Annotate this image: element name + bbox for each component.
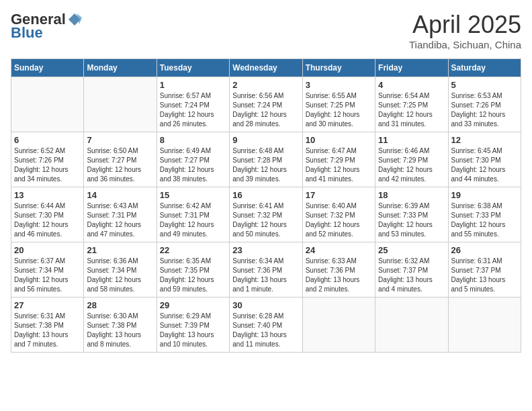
calendar-cell: 7Sunrise: 6:50 AM Sunset: 7:27 PM Daylig… bbox=[84, 132, 157, 187]
day-detail: Sunrise: 6:33 AM Sunset: 7:36 PM Dayligh… bbox=[306, 257, 372, 294]
day-number: 10 bbox=[306, 135, 372, 145]
day-detail: Sunrise: 6:35 AM Sunset: 7:35 PM Dayligh… bbox=[160, 257, 226, 294]
calendar-cell: 16Sunrise: 6:41 AM Sunset: 7:32 PM Dayli… bbox=[230, 187, 302, 242]
calendar-cell: 27Sunrise: 6:31 AM Sunset: 7:38 PM Dayli… bbox=[11, 298, 84, 353]
calendar-cell: 22Sunrise: 6:35 AM Sunset: 7:35 PM Dayli… bbox=[157, 242, 229, 298]
calendar-cell: 6Sunrise: 6:52 AM Sunset: 7:26 PM Daylig… bbox=[11, 132, 84, 187]
day-detail: Sunrise: 6:45 AM Sunset: 7:30 PM Dayligh… bbox=[451, 146, 518, 184]
calendar-cell: 1Sunrise: 6:57 AM Sunset: 7:24 PM Daylig… bbox=[157, 77, 229, 132]
month-title: April 2025 bbox=[409, 11, 521, 39]
calendar-week-row: 1Sunrise: 6:57 AM Sunset: 7:24 PM Daylig… bbox=[11, 77, 521, 132]
day-detail: Sunrise: 6:48 AM Sunset: 7:28 PM Dayligh… bbox=[232, 146, 299, 184]
calendar-cell: 19Sunrise: 6:38 AM Sunset: 7:33 PM Dayli… bbox=[448, 187, 521, 242]
calendar-cell: 8Sunrise: 6:49 AM Sunset: 7:27 PM Daylig… bbox=[157, 132, 229, 187]
calendar-cell: 29Sunrise: 6:29 AM Sunset: 7:39 PM Dayli… bbox=[157, 298, 229, 353]
day-detail: Sunrise: 6:28 AM Sunset: 7:40 PM Dayligh… bbox=[232, 312, 299, 349]
calendar-cell: 14Sunrise: 6:43 AM Sunset: 7:31 PM Dayli… bbox=[84, 187, 157, 242]
location: Tiandiba, Sichuan, China bbox=[409, 39, 521, 50]
calendar-cell: 26Sunrise: 6:31 AM Sunset: 7:37 PM Dayli… bbox=[448, 242, 521, 298]
calendar-cell: 3Sunrise: 6:55 AM Sunset: 7:25 PM Daylig… bbox=[302, 77, 375, 132]
calendar-cell: 11Sunrise: 6:46 AM Sunset: 7:29 PM Dayli… bbox=[375, 132, 448, 187]
calendar-cell: 10Sunrise: 6:47 AM Sunset: 7:29 PM Dayli… bbox=[302, 132, 375, 187]
calendar-cell: 30Sunrise: 6:28 AM Sunset: 7:40 PM Dayli… bbox=[230, 298, 302, 353]
day-number: 23 bbox=[232, 245, 299, 255]
day-detail: Sunrise: 6:30 AM Sunset: 7:38 PM Dayligh… bbox=[87, 312, 153, 349]
day-number: 6 bbox=[14, 135, 81, 145]
day-detail: Sunrise: 6:34 AM Sunset: 7:36 PM Dayligh… bbox=[232, 257, 299, 294]
day-detail: Sunrise: 6:52 AM Sunset: 7:26 PM Dayligh… bbox=[14, 146, 81, 184]
calendar-cell bbox=[302, 298, 375, 353]
calendar-cell: 24Sunrise: 6:33 AM Sunset: 7:36 PM Dayli… bbox=[302, 242, 375, 298]
day-number: 1 bbox=[160, 80, 226, 90]
day-number: 4 bbox=[378, 80, 445, 90]
day-number: 8 bbox=[160, 135, 226, 145]
calendar-week-row: 27Sunrise: 6:31 AM Sunset: 7:38 PM Dayli… bbox=[11, 298, 521, 353]
day-of-week-header: Saturday bbox=[448, 59, 521, 77]
day-number: 17 bbox=[306, 190, 372, 200]
day-detail: Sunrise: 6:41 AM Sunset: 7:32 PM Dayligh… bbox=[232, 201, 299, 239]
day-number: 3 bbox=[306, 80, 372, 90]
day-detail: Sunrise: 6:49 AM Sunset: 7:27 PM Dayligh… bbox=[160, 146, 226, 184]
day-number: 25 bbox=[378, 245, 445, 255]
day-detail: Sunrise: 6:39 AM Sunset: 7:33 PM Dayligh… bbox=[378, 201, 445, 239]
day-number: 18 bbox=[378, 190, 445, 200]
day-number: 13 bbox=[14, 190, 81, 200]
calendar-cell: 21Sunrise: 6:36 AM Sunset: 7:34 PM Dayli… bbox=[84, 242, 157, 298]
day-detail: Sunrise: 6:32 AM Sunset: 7:37 PM Dayligh… bbox=[378, 257, 445, 294]
calendar-table: SundayMondayTuesdayWednesdayThursdayFrid… bbox=[11, 58, 521, 353]
day-number: 14 bbox=[87, 190, 153, 200]
day-detail: Sunrise: 6:50 AM Sunset: 7:27 PM Dayligh… bbox=[87, 146, 153, 184]
calendar-cell: 15Sunrise: 6:42 AM Sunset: 7:31 PM Dayli… bbox=[157, 187, 229, 242]
calendar-cell: 5Sunrise: 6:53 AM Sunset: 7:26 PM Daylig… bbox=[448, 77, 521, 132]
calendar-cell bbox=[11, 77, 84, 132]
day-of-week-header: Tuesday bbox=[157, 59, 229, 77]
day-detail: Sunrise: 6:31 AM Sunset: 7:38 PM Dayligh… bbox=[14, 312, 81, 349]
day-number: 27 bbox=[14, 300, 81, 310]
calendar-cell: 25Sunrise: 6:32 AM Sunset: 7:37 PM Dayli… bbox=[375, 242, 448, 298]
day-number: 9 bbox=[232, 135, 299, 145]
calendar-week-row: 6Sunrise: 6:52 AM Sunset: 7:26 PM Daylig… bbox=[11, 132, 521, 187]
day-detail: Sunrise: 6:53 AM Sunset: 7:26 PM Dayligh… bbox=[451, 91, 518, 129]
title-block: April 2025 Tiandiba, Sichuan, China bbox=[409, 11, 521, 50]
day-detail: Sunrise: 6:54 AM Sunset: 7:25 PM Dayligh… bbox=[378, 91, 445, 129]
calendar-cell: 4Sunrise: 6:54 AM Sunset: 7:25 PM Daylig… bbox=[375, 77, 448, 132]
day-number: 2 bbox=[232, 80, 299, 90]
day-of-week-header: Thursday bbox=[302, 59, 375, 77]
day-number: 28 bbox=[87, 300, 153, 310]
calendar-body: 1Sunrise: 6:57 AM Sunset: 7:24 PM Daylig… bbox=[11, 77, 521, 353]
calendar-cell bbox=[448, 298, 521, 353]
logo-icon bbox=[67, 12, 82, 27]
day-detail: Sunrise: 6:29 AM Sunset: 7:39 PM Dayligh… bbox=[160, 312, 226, 349]
calendar-cell: 18Sunrise: 6:39 AM Sunset: 7:33 PM Dayli… bbox=[375, 187, 448, 242]
day-of-week-header: Wednesday bbox=[230, 59, 302, 77]
logo-blue: Blue bbox=[11, 24, 43, 42]
day-detail: Sunrise: 6:42 AM Sunset: 7:31 PM Dayligh… bbox=[160, 201, 226, 239]
day-number: 21 bbox=[87, 245, 153, 255]
day-number: 24 bbox=[306, 245, 372, 255]
day-number: 7 bbox=[87, 135, 153, 145]
day-number: 22 bbox=[160, 245, 226, 255]
day-of-week-header: Friday bbox=[375, 59, 448, 77]
day-detail: Sunrise: 6:57 AM Sunset: 7:24 PM Dayligh… bbox=[160, 91, 226, 129]
calendar-week-row: 20Sunrise: 6:37 AM Sunset: 7:34 PM Dayli… bbox=[11, 242, 521, 298]
day-detail: Sunrise: 6:47 AM Sunset: 7:29 PM Dayligh… bbox=[306, 146, 372, 184]
day-number: 26 bbox=[451, 245, 518, 255]
day-number: 20 bbox=[14, 245, 81, 255]
day-detail: Sunrise: 6:55 AM Sunset: 7:25 PM Dayligh… bbox=[306, 91, 372, 129]
calendar-cell: 12Sunrise: 6:45 AM Sunset: 7:30 PM Dayli… bbox=[448, 132, 521, 187]
day-detail: Sunrise: 6:40 AM Sunset: 7:32 PM Dayligh… bbox=[306, 201, 372, 239]
day-detail: Sunrise: 6:43 AM Sunset: 7:31 PM Dayligh… bbox=[87, 201, 153, 239]
day-number: 29 bbox=[160, 300, 226, 310]
page-header: General Blue April 2025 Tiandiba, Sichua… bbox=[11, 11, 521, 50]
day-detail: Sunrise: 6:38 AM Sunset: 7:33 PM Dayligh… bbox=[451, 201, 518, 239]
logo: General Blue bbox=[11, 11, 82, 42]
day-detail: Sunrise: 6:36 AM Sunset: 7:34 PM Dayligh… bbox=[87, 257, 153, 294]
day-number: 12 bbox=[451, 135, 518, 145]
calendar-cell bbox=[375, 298, 448, 353]
day-detail: Sunrise: 6:46 AM Sunset: 7:29 PM Dayligh… bbox=[378, 146, 445, 184]
calendar-header-row: SundayMondayTuesdayWednesdayThursdayFrid… bbox=[11, 59, 521, 77]
calendar-cell: 28Sunrise: 6:30 AM Sunset: 7:38 PM Dayli… bbox=[84, 298, 157, 353]
calendar-cell: 13Sunrise: 6:44 AM Sunset: 7:30 PM Dayli… bbox=[11, 187, 84, 242]
day-detail: Sunrise: 6:44 AM Sunset: 7:30 PM Dayligh… bbox=[14, 201, 81, 239]
calendar-week-row: 13Sunrise: 6:44 AM Sunset: 7:30 PM Dayli… bbox=[11, 187, 521, 242]
